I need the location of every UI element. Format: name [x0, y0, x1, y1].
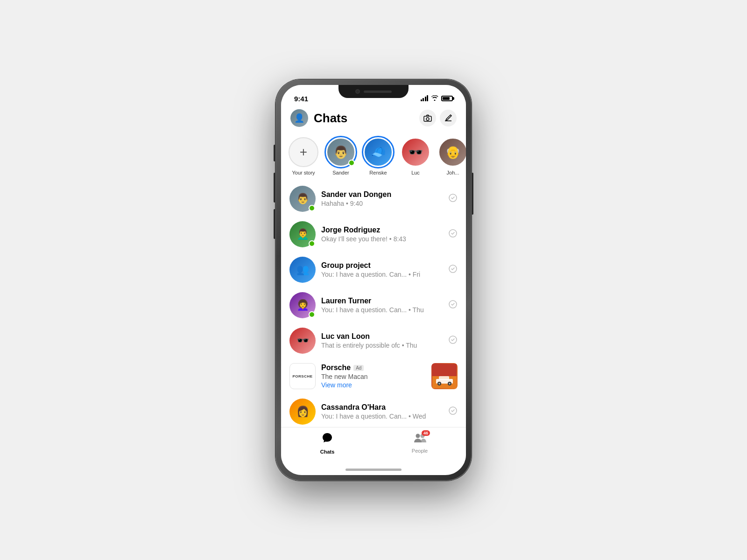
speaker [364, 91, 392, 93]
camera-notch [355, 89, 360, 94]
story-avatar-wrapper-john: 👴 [438, 137, 466, 167]
ad-image-porsche [431, 363, 458, 389]
home-indicator [281, 464, 466, 475]
story-add-label: Your story [292, 170, 315, 175]
chat-avatar-group: 👥 [289, 257, 316, 283]
chat-name-cassandra: Cassandra O'Hara [321, 403, 443, 412]
story-item-john[interactable]: 👴 Joh... [438, 137, 466, 175]
online-dot-lauren [309, 311, 315, 318]
phone-frame: 9:41 [275, 79, 472, 481]
story-name-sander: Sander [332, 170, 349, 175]
chat-item-cassandra[interactable]: 👩 Cassandra O'Hara You: I have a questio… [281, 394, 466, 427]
online-dot-jorge [309, 240, 315, 247]
online-dot-sander [309, 205, 315, 211]
chat-content-jorge: Jorge Rodriguez Okay I'll see you there!… [321, 226, 443, 243]
story-item-renske[interactable]: 🧢 Renske [363, 137, 393, 175]
story-avatar-wrapper-luc: 🕶️ [401, 137, 430, 167]
story-avatar-john: 👴 [438, 137, 466, 167]
ad-content-porsche: Porsche Ad The new Macan View more [321, 364, 426, 389]
chat-avatar-wrap-lauren: 👩‍🦱 [289, 292, 316, 318]
chat-preview-cassandra: You: I have a question. Can... • Wed [321, 413, 443, 420]
chat-item-jorge[interactable]: 👨‍🦱 Jorge Rodriguez Okay I'll see you th… [281, 217, 466, 252]
story-avatar-wrapper-sander: 👨 [326, 137, 356, 167]
read-check-jorge [448, 229, 458, 240]
svg-rect-10 [439, 376, 449, 380]
read-check-cassandra [448, 406, 458, 418]
online-indicator-sander [348, 160, 355, 166]
phone-screen: 9:41 [281, 85, 466, 475]
ad-brand-name: Porsche [321, 364, 351, 372]
read-check-sander [448, 193, 458, 205]
signal-icon [421, 96, 429, 101]
ad-view-more-link[interactable]: View more [321, 381, 426, 389]
stories-row[interactable]: + Your story 👨 Sander [281, 132, 466, 181]
ad-item-porsche[interactable]: PORSCHE Porsche Ad The new Macan View mo… [281, 358, 466, 394]
chat-avatar-wrap-luc2: 🕶️ [289, 328, 316, 354]
notch [338, 85, 409, 98]
chat-avatar-wrap-cassandra: 👩 [289, 399, 316, 425]
people-icon-wrapper: 46 [413, 432, 426, 446]
status-time: 9:41 [294, 95, 308, 103]
story-avatar-wrapper-renske: 🧢 [363, 137, 393, 167]
chat-avatar-wrap-sander: 👨 [289, 186, 316, 212]
chat-preview-jorge: Okay I'll see you there! • 8:43 [321, 235, 443, 243]
story-ring-renske [362, 136, 395, 168]
chat-content-cassandra: Cassandra O'Hara You: I have a question.… [321, 403, 443, 420]
chat-name-luc: Luc van Loon [321, 332, 443, 341]
chat-avatar-wrap-jorge: 👨‍🦱 [289, 221, 316, 247]
chat-preview-lauren: You: I have a question. Can... • Thu [321, 306, 443, 314]
chat-name-group: Group project [321, 261, 443, 270]
chat-preview-luc: That is entirely possible ofc • Thu [321, 342, 443, 349]
camera-button[interactable] [419, 110, 436, 126]
wifi-icon [431, 95, 438, 102]
battery-icon [441, 96, 453, 101]
nav-tab-people[interactable]: 46 People [374, 432, 466, 455]
chat-content-luc: Luc van Loon That is entirely possible o… [321, 332, 443, 349]
chat-preview-sander: Hahaha • 9:40 [321, 200, 443, 207]
chat-name-jorge: Jorge Rodriguez [321, 226, 443, 234]
story-name-john: Joh... [447, 170, 459, 175]
nav-tab-chats[interactable]: Chats [281, 432, 374, 455]
story-avatar-luc: 🕶️ [401, 137, 430, 167]
bottom-nav: Chats 46 People [281, 427, 466, 464]
chat-avatar-cassandra: 👩 [289, 399, 316, 425]
chat-name-lauren: Lauren Turner [321, 297, 443, 305]
power-button [472, 173, 473, 215]
svg-point-13 [438, 383, 440, 385]
story-name-luc: Luc [411, 170, 420, 175]
home-bar [345, 469, 402, 471]
header: 👤 Chats [281, 105, 466, 132]
page-title: Chats [314, 111, 347, 126]
user-avatar[interactable]: 👤 [290, 109, 308, 127]
chat-content-group: Group project You: I have a question. Ca… [321, 261, 443, 278]
chat-avatar-wrap-group: 👥 [289, 257, 316, 283]
chat-content-sander: Sander van Dongen Hahaha • 9:40 [321, 190, 443, 207]
header-icons [419, 110, 457, 126]
chat-preview-group: You: I have a question. Can... • Fri [321, 271, 443, 278]
status-icons [421, 95, 453, 102]
ad-name-row: Porsche Ad [321, 364, 426, 372]
chat-content-lauren: Lauren Turner You: I have a question. Ca… [321, 297, 443, 314]
chat-item-sander[interactable]: 👨 Sander van Dongen Hahaha • 9:40 [281, 181, 466, 217]
compose-button[interactable] [440, 110, 457, 126]
read-check-lauren [448, 300, 458, 311]
svg-point-1 [426, 118, 429, 120]
chat-item-luc[interactable]: 🕶️ Luc van Loon That is entirely possibl… [281, 323, 466, 358]
ad-badge: Ad [353, 365, 364, 371]
people-nav-label: People [412, 448, 428, 454]
story-name-renske: Renske [369, 170, 387, 175]
story-add-item[interactable]: + Your story [289, 137, 318, 175]
chat-item-lauren[interactable]: 👩‍🦱 Lauren Turner You: I have a question… [281, 287, 466, 323]
svg-point-16 [416, 434, 420, 438]
chats-nav-icon [321, 432, 333, 447]
story-item-sander[interactable]: 👨 Sander [326, 137, 356, 175]
story-add-button[interactable]: + [289, 137, 318, 167]
svg-point-14 [449, 383, 451, 385]
chats-nav-label: Chats [320, 449, 335, 455]
story-item-luc[interactable]: 🕶️ Luc [401, 137, 430, 175]
read-check-group [448, 264, 458, 276]
chat-name-sander: Sander van Dongen [321, 190, 443, 199]
chat-item-group[interactable]: 👥 Group project You: I have a question. … [281, 252, 466, 287]
read-check-luc [448, 335, 458, 347]
header-left: 👤 Chats [290, 109, 347, 127]
